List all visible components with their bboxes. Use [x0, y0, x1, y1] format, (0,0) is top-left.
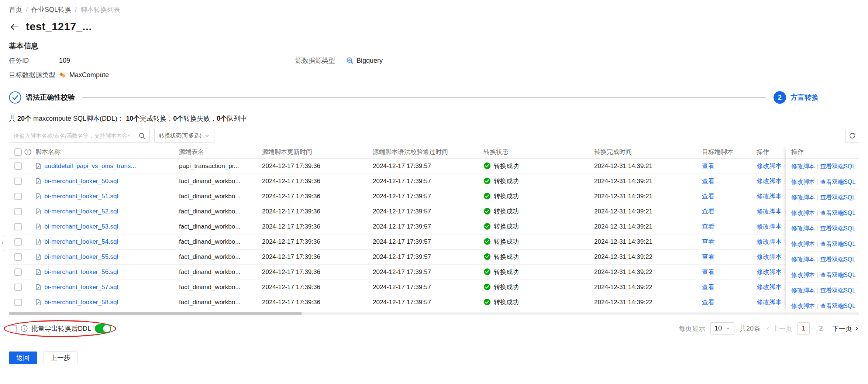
modify-script-link[interactable]: 修改脚本	[791, 179, 815, 185]
breadcrumb-sql-conversion[interactable]: 作业SQL转换	[31, 5, 71, 14]
return-button[interactable]: 返回	[9, 352, 37, 364]
per-page-select[interactable]: 10	[710, 322, 734, 335]
view-dual-sql-link[interactable]: 查看双端SQL	[820, 163, 855, 169]
prev-page-button[interactable]: 上一页	[765, 324, 792, 333]
view-dual-sql-link[interactable]: 查看双端SQL	[820, 241, 855, 247]
view-dual-sql-link[interactable]: 查看双端SQL	[820, 210, 855, 216]
verified-time-cell: 2024-12-17 17:39:57	[373, 234, 483, 249]
row-checkbox[interactable]	[14, 162, 22, 170]
back-arrow-icon[interactable]	[9, 21, 20, 32]
script-name-link[interactable]: bi-merchant_looker_52.sql	[44, 208, 118, 215]
row-checkbox[interactable]	[14, 268, 22, 276]
view-dual-sql-link[interactable]: 查看双端SQL	[820, 225, 855, 232]
view-target-script-link[interactable]: 查看	[702, 223, 714, 230]
batch-export-checkbox[interactable]	[10, 325, 17, 332]
script-name-link[interactable]: auditdetail_papi_vs_oms_trans...	[44, 162, 136, 169]
horizontal-scrollbar[interactable]	[9, 312, 859, 315]
info-icon[interactable]	[24, 148, 31, 155]
select-all-checkbox[interactable]	[14, 148, 22, 156]
previous-step-button[interactable]: 上一步	[44, 352, 78, 364]
view-dual-sql-link[interactable]: 查看双端SQL	[820, 194, 855, 200]
modify-script-link[interactable]: 修改脚本	[757, 253, 782, 260]
view-dual-sql-link[interactable]: 查看双端SQL	[820, 272, 855, 278]
modify-script-link[interactable]: 修改脚本	[791, 287, 815, 294]
modify-script-link[interactable]: 修改脚本	[791, 303, 815, 309]
action-separator: |	[817, 256, 818, 263]
table-row: bi-merchant_looker_53.sqlfact_dinand_wor…	[9, 219, 786, 234]
page-number-1[interactable]: 1	[798, 322, 810, 335]
search-button[interactable]	[134, 129, 150, 143]
updated-time-cell: 2024-12-17 17:39:36	[262, 264, 373, 280]
batch-export-toggle[interactable]	[95, 324, 111, 333]
modify-script-link[interactable]: 修改脚本	[757, 223, 782, 230]
view-dual-sql-link[interactable]: 查看双端SQL	[820, 303, 855, 309]
row-checkbox[interactable]	[14, 178, 22, 185]
view-target-script-link[interactable]: 查看	[702, 193, 714, 200]
row-checkbox[interactable]	[14, 253, 22, 261]
row-checkbox[interactable]	[14, 223, 22, 230]
row-checkbox[interactable]	[14, 238, 22, 246]
modify-script-link[interactable]: 修改脚本	[791, 272, 815, 278]
script-file-icon	[35, 193, 41, 199]
modify-script-link[interactable]: 修改脚本	[757, 162, 782, 169]
status-cell: 转换成功	[483, 189, 594, 204]
modify-script-link[interactable]: 修改脚本	[791, 194, 815, 200]
row-checkbox[interactable]	[14, 284, 22, 291]
finished-time-cell: 2024-12-31 14:39:22	[594, 249, 702, 264]
view-target-script-link[interactable]: 查看	[702, 268, 714, 275]
view-target-script-link[interactable]: 查看	[702, 178, 714, 185]
horizontal-scrollbar-thumb[interactable]	[9, 312, 302, 315]
page-number-2[interactable]: 2	[815, 322, 827, 335]
script-name-link[interactable]: bi-merchant_looker_50.sql	[44, 178, 118, 185]
view-target-script-link[interactable]: 查看	[702, 238, 714, 245]
table-toolbar: 转换状态(可多选)	[9, 129, 859, 143]
view-target-script-link[interactable]: 查看	[702, 162, 714, 169]
status-cell: 转换成功	[483, 204, 594, 219]
row-checkbox[interactable]	[14, 299, 22, 306]
script-name-link[interactable]: bi-merchant_looker_58.sql	[44, 299, 118, 306]
script-file-icon	[35, 284, 41, 290]
modify-script-link[interactable]: 修改脚本	[757, 268, 782, 275]
refresh-button[interactable]	[845, 129, 859, 143]
view-dual-sql-link[interactable]: 查看双端SQL	[820, 256, 855, 263]
row-checkbox[interactable]	[14, 193, 22, 200]
script-name-link[interactable]: bi-merchant_looker_56.sql	[44, 268, 118, 275]
next-page-button[interactable]: 下一页	[832, 324, 859, 333]
panel-collapse-handle[interactable]	[0, 235, 5, 251]
row-checkbox[interactable]	[14, 208, 22, 215]
modify-script-link[interactable]: 修改脚本	[791, 210, 815, 216]
page: 首页 / 作业SQL转换 / 脚本转换列表 test_1217_... 基本信息…	[0, 0, 868, 384]
view-dual-sql-link[interactable]: 查看双端SQL	[820, 179, 855, 185]
script-name-link[interactable]: bi-merchant_looker_53.sql	[44, 223, 118, 230]
modify-script-link[interactable]: 修改脚本	[791, 225, 815, 232]
step2-number-badge: 2	[774, 91, 786, 104]
modify-script-link[interactable]: 修改脚本	[757, 178, 782, 185]
view-target-script-link[interactable]: 查看	[702, 284, 714, 291]
view-target-script-link[interactable]: 查看	[702, 299, 714, 306]
modify-script-link[interactable]: 修改脚本	[757, 193, 782, 200]
script-name-link[interactable]: bi-merchant_looker_57.sql	[44, 284, 118, 291]
view-target-script-link[interactable]: 查看	[702, 253, 714, 260]
view-dual-sql-link[interactable]: 查看双端SQL	[820, 287, 855, 294]
modify-script-link[interactable]: 修改脚本	[757, 299, 782, 306]
search-input[interactable]	[9, 129, 134, 143]
script-name-link[interactable]: bi-merchant_looker_51.sql	[44, 193, 118, 200]
script-name-link[interactable]: bi-merchant_looker_54.sql	[44, 238, 118, 245]
view-target-script-link[interactable]: 查看	[702, 208, 714, 215]
modify-script-link[interactable]: 修改脚本	[757, 208, 782, 215]
table-row: auditdetail_papi_vs_oms_trans...papi_tra…	[9, 158, 786, 174]
finished-time-cell: 2024-12-31 14:39:21	[594, 204, 702, 219]
modify-script-link[interactable]: 修改脚本	[791, 241, 815, 247]
modify-script-link[interactable]: 修改脚本	[757, 284, 782, 291]
info-icon[interactable]	[21, 325, 28, 332]
modify-script-link[interactable]: 修改脚本	[757, 238, 782, 245]
modify-script-link[interactable]: 修改脚本	[791, 163, 815, 169]
source-table-cell: fact_dinand_workbo...	[179, 174, 262, 189]
breadcrumb-home[interactable]: 首页	[9, 5, 22, 14]
status-filter-select[interactable]: 转换状态(可多选)	[154, 129, 214, 143]
modify-script-link[interactable]: 修改脚本	[791, 256, 815, 263]
chevron-left-icon	[1, 241, 4, 245]
summary-done-count: 10个	[126, 115, 140, 122]
column-header-target-script: 目标端脚本	[702, 145, 757, 158]
script-name-link[interactable]: bi-merchant_looker_55.sql	[44, 253, 118, 260]
